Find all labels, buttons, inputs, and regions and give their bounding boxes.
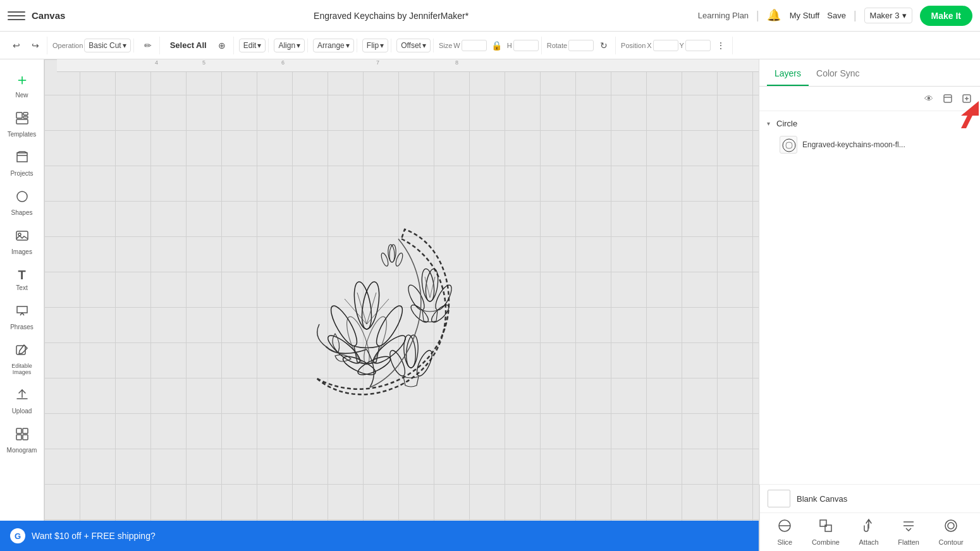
lock-icon[interactable]: 🔒: [488, 37, 506, 54]
my-stuff-link[interactable]: My Stuff: [790, 11, 819, 20]
sidebar-item-shapes[interactable]: Shapes: [3, 185, 41, 221]
left-sidebar: ＋ New Templates Projects Shapes Images: [0, 59, 44, 551]
redo-button[interactable]: ↪: [27, 37, 44, 54]
position-more-icon[interactable]: ⋮: [712, 37, 730, 54]
rotate-label: Rotate: [547, 42, 567, 49]
layers-content: 👁 ▾ Circle: [759, 87, 980, 484]
promo-g-icon: G: [10, 528, 25, 543]
maker-selector[interactable]: Maker 3 ▾: [864, 8, 912, 23]
projects-icon: [15, 150, 29, 168]
flatten-action[interactable]: Flatten: [898, 518, 919, 546]
svg-rect-42: [944, 95, 952, 102]
offset-dropdown[interactable]: Offset ▾: [396, 39, 431, 52]
attach-icon: [861, 518, 876, 536]
select-all-group: Select All ⊕: [162, 37, 234, 54]
layer-item-engraved[interactable]: Engraved-keychains-moon-fl...: [764, 132, 975, 157]
document-title[interactable]: Engraved Keychains by JenniferMaker*: [84, 11, 697, 21]
editable-images-icon: [15, 343, 29, 361]
attach-action[interactable]: Attach: [859, 518, 879, 546]
y-input[interactable]: [685, 40, 711, 51]
bottom-panel: Blank Canvas Slice Combine: [759, 484, 980, 551]
circle-group-name: Circle: [776, 119, 797, 128]
slice-action[interactable]: Slice: [777, 518, 792, 546]
promo-banner[interactable]: G Want $10 off + FREE shipping?: [0, 521, 759, 551]
contour-icon: [943, 518, 959, 536]
sidebar-item-upload[interactable]: Upload: [3, 383, 41, 420]
operation-dropdown[interactable]: Basic Cut ▾: [84, 39, 130, 52]
canvas-thumbnail: [768, 490, 790, 507]
edit-group: Edit ▾: [236, 39, 269, 52]
pen-icon[interactable]: ✏: [139, 37, 157, 54]
floral-design[interactable]: [275, 201, 496, 422]
tab-color-sync[interactable]: Color Sync: [809, 59, 867, 86]
sidebar-item-phrases[interactable]: Phrases: [3, 299, 41, 336]
align-dropdown[interactable]: Align ▾: [274, 39, 305, 52]
chevron-down-icon: ▾: [297, 41, 300, 50]
sidebar-item-new[interactable]: ＋ New: [3, 64, 41, 104]
circle-group-header[interactable]: ▾ Circle: [764, 115, 975, 132]
design-canvas[interactable]: − 350% + JENNIFERMAKER: [57, 72, 759, 551]
rotate-icon[interactable]: ↻: [595, 37, 613, 54]
right-sidebar: Layers Color Sync 👁 ▾ Circle: [759, 59, 980, 551]
x-label: X: [647, 42, 651, 49]
svg-rect-8: [16, 428, 21, 433]
separator1: |: [756, 9, 759, 22]
size-group: Size W 🔒 H: [436, 37, 542, 54]
app-name: Canvas: [32, 10, 65, 21]
header-right: Learning Plan | 🔔 My Stuff Save | Maker …: [698, 6, 972, 26]
rotate-group: Rotate ↻: [544, 37, 616, 54]
width-input[interactable]: [462, 40, 487, 51]
tab-layers[interactable]: Layers: [767, 59, 809, 86]
sidebar-item-images[interactable]: Images: [3, 224, 41, 260]
sidebar-item-monogram[interactable]: Monogram: [3, 422, 41, 459]
learning-plan-link[interactable]: Learning Plan: [698, 11, 749, 20]
sidebar-item-text[interactable]: T Text: [3, 263, 41, 296]
layers-group-icon[interactable]: [940, 90, 956, 107]
phrases-icon: [15, 304, 29, 322]
pen-group: ✏: [137, 37, 160, 54]
sidebar-item-projects[interactable]: Projects: [3, 145, 41, 182]
flip-dropdown[interactable]: Flip ▾: [362, 39, 388, 52]
notification-icon[interactable]: 🔔: [767, 8, 782, 23]
layers-eye-icon[interactable]: 👁: [921, 90, 937, 107]
save-button[interactable]: Save: [827, 11, 846, 20]
svg-rect-11: [23, 435, 28, 440]
make-it-button[interactable]: Make It: [920, 6, 972, 26]
select-icon[interactable]: ⊕: [213, 37, 231, 54]
svg-point-37: [414, 348, 435, 378]
svg-point-27: [424, 268, 440, 302]
images-icon: [15, 229, 29, 246]
slice-icon: [777, 518, 792, 536]
svg-rect-9: [23, 428, 28, 433]
y-label: Y: [680, 42, 684, 49]
undo-redo-group: ↩ ↪: [5, 37, 47, 54]
svg-point-36: [387, 348, 408, 378]
sidebar-item-templates[interactable]: Templates: [3, 106, 41, 143]
new-icon: ＋: [15, 70, 30, 90]
arrange-dropdown[interactable]: Arrange ▾: [313, 39, 354, 52]
combine-action[interactable]: Combine: [812, 518, 840, 546]
svg-marker-48: [961, 101, 979, 128]
undo-button[interactable]: ↩: [8, 37, 25, 54]
operation-label: Operation: [52, 42, 83, 49]
canvas-label: Blank Canvas: [797, 494, 847, 504]
flip-group: Flip ▾: [360, 39, 391, 52]
rotate-input[interactable]: [568, 40, 594, 51]
select-all-button[interactable]: Select All: [165, 38, 212, 52]
canvas-area[interactable]: 4 5 6 7 8: [44, 59, 759, 551]
height-input[interactable]: [513, 40, 539, 51]
combine-icon: [818, 518, 833, 536]
sidebar-item-editable-images[interactable]: Editable Images: [3, 338, 41, 380]
edit-dropdown[interactable]: Edit ▾: [239, 39, 266, 52]
group-expand-arrow: ▾: [767, 120, 770, 127]
menu-icon[interactable]: [8, 7, 25, 25]
svg-point-29: [432, 283, 455, 312]
x-input[interactable]: [653, 40, 678, 51]
layer-thumbnail: [780, 136, 797, 154]
ruler-top: 4 5 6 7 8: [57, 59, 759, 72]
chevron-down-icon: ▾: [123, 41, 126, 50]
contour-action[interactable]: Contour: [939, 518, 964, 546]
svg-point-47: [783, 139, 795, 152]
header: Canvas Engraved Keychains by JenniferMak…: [0, 0, 980, 32]
svg-rect-3: [16, 119, 28, 124]
